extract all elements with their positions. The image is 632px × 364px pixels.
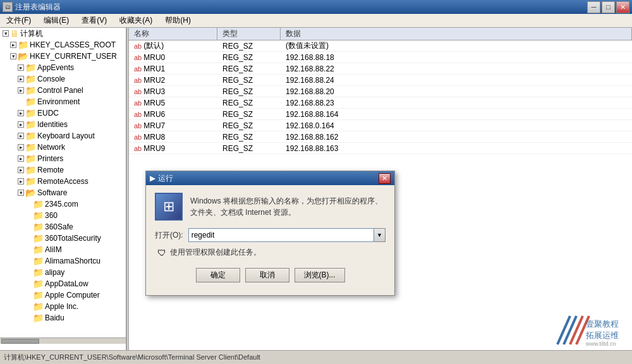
folder-icon: 📁 bbox=[33, 222, 44, 232]
menu-view[interactable]: 查看(V) bbox=[78, 14, 111, 27]
tree-item-alipay[interactable]: 📁 alipay bbox=[0, 267, 126, 278]
folder-icon: 📁 bbox=[33, 290, 44, 300]
expand-icon[interactable]: ▸ bbox=[18, 110, 24, 116]
tree-item-360safe[interactable]: 📁 360Safe bbox=[0, 221, 126, 233]
expand-icon[interactable]: ▾ bbox=[18, 190, 24, 196]
tree-item-baidu[interactable]: 📁 Baidu bbox=[0, 312, 126, 324]
menu-edit[interactable]: 编辑(E) bbox=[40, 14, 73, 27]
svg-line-2 bbox=[570, 316, 583, 344]
cell-name: ab MRU0 bbox=[129, 52, 217, 63]
reg-icon: ab bbox=[134, 65, 142, 73]
tree-item-software[interactable]: ▾ 📂 Software bbox=[0, 187, 126, 198]
tree-label: EUDC bbox=[36, 109, 59, 118]
dialog-description: Windows 将根据您所输入的名称，为您打开相应的程序、 文件夹、文档或 In… bbox=[190, 193, 386, 218]
expand-icon[interactable]: ▸ bbox=[18, 155, 24, 162]
table-row[interactable]: ab MRU1 REG_SZ 192.168.88.22 bbox=[129, 63, 632, 75]
tree-item-apple-computer[interactable]: 📁 Apple Computer bbox=[0, 289, 126, 301]
menu-help[interactable]: 帮助(H) bbox=[161, 14, 195, 27]
table-row[interactable]: ab MRU2 REG_SZ 192.168.88.24 bbox=[129, 75, 632, 86]
tree-item-eudc[interactable]: ▸ 📁 EUDC bbox=[0, 107, 126, 119]
ok-button[interactable]: 确定 bbox=[196, 268, 240, 282]
maximize-button[interactable]: □ bbox=[602, 1, 615, 13]
svg-line-0 bbox=[557, 316, 570, 344]
run-input[interactable] bbox=[188, 228, 374, 242]
expand-icon-hkcr[interactable]: ▸ bbox=[10, 42, 16, 48]
tree-label: Apple Inc. bbox=[44, 302, 78, 311]
cell-type: REG_SZ bbox=[217, 143, 281, 154]
table-row[interactable]: ab MRU5 REG_SZ 192.168.88.23 bbox=[129, 97, 632, 109]
expand-icon[interactable]: ▸ bbox=[18, 133, 24, 139]
tree-item-printers[interactable]: ▸ 📁 Printers bbox=[0, 153, 126, 164]
tree-item-appdatalow[interactable]: 📁 AppDataLow bbox=[0, 278, 126, 289]
dialog-buttons: 确定 取消 浏览(B)... bbox=[155, 265, 386, 288]
tree-item-controlpanel[interactable]: ▸ 📁 Control Panel bbox=[0, 85, 126, 96]
folder-icon: 📁 bbox=[25, 85, 36, 95]
tree-item-apple-inc[interactable]: 📁 Apple Inc. bbox=[0, 301, 126, 312]
expand-icon[interactable]: ▸ bbox=[18, 144, 24, 150]
dialog-close-button[interactable]: ✕ bbox=[379, 173, 391, 184]
table-row[interactable]: ab MRU0 REG_SZ 192.168.88.18 bbox=[129, 52, 632, 63]
table-row[interactable]: ab MRU6 REG_SZ 192.168.88.164 bbox=[129, 109, 632, 120]
expand-icon[interactable]: ▸ bbox=[18, 121, 24, 128]
tree-label: Environment bbox=[36, 97, 80, 106]
tree-item-remote[interactable]: ▸ 📁 Remote bbox=[0, 164, 126, 176]
tree-item-computer[interactable]: ▾ 🖥 计算机 bbox=[0, 28, 126, 39]
expand-icon-hkcu[interactable]: ▾ bbox=[10, 53, 16, 59]
tree-item-hkcr[interactable]: ▸ 📁 HKEY_CLASSES_ROOT bbox=[0, 39, 126, 51]
tree-item-environment[interactable]: 📁 Environment bbox=[0, 96, 126, 107]
cancel-button[interactable]: 取消 bbox=[245, 268, 289, 282]
tree-item-identities[interactable]: ▸ 📁 Identities bbox=[0, 119, 126, 130]
cell-data: 192.168.88.20 bbox=[281, 87, 632, 97]
tree-item-console[interactable]: ▸ 📁 Console bbox=[0, 73, 126, 85]
table-row[interactable]: ab MRU3 REG_SZ 192.168.88.20 bbox=[129, 86, 632, 97]
reg-icon: ab bbox=[134, 99, 142, 107]
browse-button[interactable]: 浏览(B)... bbox=[295, 268, 345, 282]
column-headers: 名称 类型 数据 bbox=[129, 28, 632, 40]
folder-icon: 📁 bbox=[25, 74, 36, 84]
tree-label: Keyboard Layout bbox=[36, 131, 95, 140]
expand-icon[interactable]: ▸ bbox=[18, 178, 24, 185]
tree-item-keyboard-layout[interactable]: ▸ 📁 Keyboard Layout bbox=[0, 130, 126, 142]
reg-icon: ab bbox=[134, 145, 142, 152]
table-row[interactable]: ab MRU8 REG_SZ 192.168.88.162 bbox=[129, 131, 632, 143]
menu-favorites[interactable]: 收藏夹(A) bbox=[116, 14, 156, 27]
tree-content[interactable]: ▾ 🖥 计算机 ▸ 📁 HKEY_CLASSES_ROOT ▾ 📂 HKEY_C… bbox=[0, 28, 126, 337]
run-program-icon: ⊞ bbox=[155, 193, 183, 221]
cell-type: REG_SZ bbox=[217, 64, 281, 74]
tree-item-appevents[interactable]: ▸ 📁 AppEvents bbox=[0, 62, 126, 73]
expand-icon[interactable]: ▸ bbox=[18, 76, 24, 82]
svg-text:壹聚教程: 壹聚教程 bbox=[586, 319, 619, 329]
expand-icon[interactable]: ▾ bbox=[3, 30, 9, 37]
expand-icon[interactable]: ▸ bbox=[18, 167, 24, 173]
tree-label: AliIM bbox=[44, 245, 62, 254]
tree-label: RemoteAccess bbox=[36, 177, 88, 186]
svg-text:拓展运维: 拓展运维 bbox=[585, 331, 619, 340]
reg-icon: ab bbox=[134, 76, 142, 84]
close-button[interactable]: ✕ bbox=[616, 1, 629, 13]
tree-label: Identities bbox=[36, 120, 68, 129]
tree-item-360total[interactable]: 📁 360TotalSecurity bbox=[0, 233, 126, 244]
table-row[interactable]: ab (默认) REG_SZ (数值未设置) bbox=[129, 40, 632, 52]
tree-label: 360TotalSecurity bbox=[44, 234, 101, 243]
expand-icon[interactable]: ▸ bbox=[18, 87, 24, 94]
tree-label: Remote bbox=[36, 166, 64, 174]
menu-file[interactable]: 文件(F) bbox=[3, 14, 35, 27]
dialog-icon: ▶ bbox=[150, 174, 155, 183]
dropdown-button[interactable]: ▼ bbox=[374, 228, 386, 242]
expand-icon[interactable]: ▸ bbox=[18, 64, 24, 71]
table-row[interactable]: ab MRU9 REG_SZ 192.168.88.163 bbox=[129, 143, 632, 154]
dialog-body: ⊞ Windows 将根据您所输入的名称，为您打开相应的程序、 文件夹、文档或 … bbox=[146, 185, 394, 295]
folder-icon: 📁 bbox=[25, 119, 36, 130]
cell-data: 192.168.0.164 bbox=[281, 121, 632, 131]
tree-item-network[interactable]: ▸ 📁 Network bbox=[0, 142, 126, 153]
table-row[interactable]: ab MRU7 REG_SZ 192.168.0.164 bbox=[129, 120, 632, 131]
tree-item-2345[interactable]: 📁 2345.com bbox=[0, 198, 126, 210]
tree-item-360[interactable]: 📁 360 bbox=[0, 210, 126, 221]
minimize-button[interactable]: ─ bbox=[587, 1, 600, 13]
tree-item-alimama[interactable]: 📁 AlimamaShortcu bbox=[0, 255, 126, 267]
tree-item-hkcu[interactable]: ▾ 📂 HKEY_CURRENT_USER bbox=[0, 51, 126, 62]
cell-name: ab MRU8 bbox=[129, 132, 217, 142]
tree-item-aliim[interactable]: 📁 AliIM bbox=[0, 244, 126, 255]
tree-item-remoteaccess[interactable]: ▸ 📁 RemoteAccess bbox=[0, 176, 126, 187]
tree-panel: ▾ 🖥 计算机 ▸ 📁 HKEY_CLASSES_ROOT ▾ 📂 HKEY_C… bbox=[0, 28, 126, 350]
